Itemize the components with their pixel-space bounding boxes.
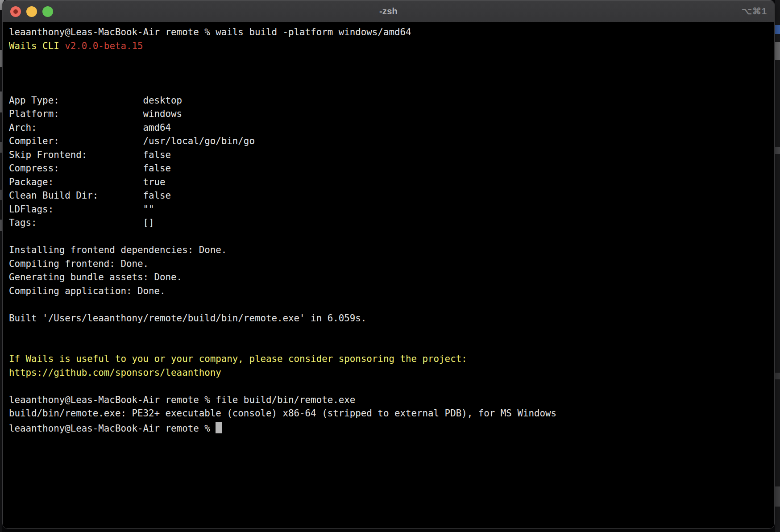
terminal-text-segment: Built '/Users/leaanthony/remote/build/bi… [9,313,366,324]
terminal-line: Generating bundle assets: Done. [9,270,771,284]
terminal-line [9,379,771,393]
terminal-text-segment: Compress: false [9,163,171,174]
terminal-output[interactable]: leaanthony@Leas-MacBook-Air remote % wai… [3,22,774,528]
terminal-line: leaanthony@Leas-MacBook-Air remote % wai… [9,25,771,39]
terminal-line [9,53,771,66]
terminal-cursor [216,422,222,433]
terminal-line: Built '/Users/leaanthony/remote/build/bi… [9,312,771,325]
terminal-line: Arch: amd64 [9,121,771,135]
terminal-line: App Type: desktop [9,94,771,108]
terminal-text-segment: leaanthony@Leas-MacBook-Air remote % [9,423,216,434]
terminal-line: Tags: [] [9,216,771,230]
terminal-text-segment: Package: true [9,177,166,187]
terminal-line: Clean Build Dir: false [9,189,771,203]
terminal-line: LDFlags: "" [9,203,771,216]
terminal-line: leaanthony@Leas-MacBook-Air remote % [9,420,771,434]
terminal-text-segment: v2.0.0-beta.15 [65,41,143,51]
background-window-fragment [775,373,780,379]
background-window-fragment [775,25,780,34]
terminal-text-segment: Compiling frontend: Done. [9,258,149,269]
terminal-line [9,66,771,80]
terminal-line: Installing frontend dependencies: Done. [9,243,771,257]
background-window-fragment [775,42,780,60]
background-window-fragment [775,147,780,154]
terminal-line [9,230,771,244]
window-titlebar[interactable]: -zsh ⌥⌘1 [3,0,774,22]
background-window-fragment [775,486,780,507]
terminal-line: https://github.com/sponsors/leaanthony [9,366,771,380]
terminal-line: Compiling application: Done. [9,284,771,298]
terminal-line [9,298,771,312]
terminal-line: Skip Frontend: false [9,148,771,162]
terminal-text-segment: LDFlags: "" [9,204,154,215]
terminal-text-segment: leaanthony@Leas-MacBook-Air remote % wai… [9,27,411,37]
terminal-text-segment: Platform: windows [9,108,182,119]
window-title: -zsh [3,0,774,22]
terminal-text-segment: If Wails is useful to you or your compan… [9,353,467,364]
terminal-line: Compiler: /usr/local/go/bin/go [9,134,771,148]
terminal-line [9,80,771,94]
window-shortcut-badge: ⌥⌘1 [742,0,767,22]
terminal-text-segment: Arch: amd64 [9,122,171,133]
terminal-line [9,339,771,353]
terminal-text-segment: Skip Frontend: false [9,150,171,160]
terminal-text-segment: https://github.com/sponsors/leaanthony [9,367,221,378]
background-window-right-sliver [775,0,780,532]
terminal-line: Platform: windows [9,107,771,121]
terminal-text-segment: Compiler: /usr/local/go/bin/go [9,136,255,146]
terminal-text-segment: build/bin/remote.exe: PE32+ executable (… [9,408,556,419]
terminal-line: Compress: false [9,162,771,175]
terminal-window: -zsh ⌥⌘1 leaanthony@Leas-MacBook-Air rem… [2,0,775,529]
terminal-text-segment: Installing frontend dependencies: Done. [9,245,227,255]
terminal-line: build/bin/remote.exe: PE32+ executable (… [9,407,771,420]
terminal-text-segment: Generating bundle assets: Done. [9,272,182,283]
terminal-line: leaanthony@Leas-MacBook-Air remote % fil… [9,393,771,407]
terminal-line: Wails CLI v2.0.0-beta.15 [9,39,771,53]
terminal-text-segment: leaanthony@Leas-MacBook-Air remote % fil… [9,395,355,405]
terminal-line: If Wails is useful to you or your compan… [9,352,771,366]
terminal-text-segment: Compiling application: Done. [9,286,166,296]
terminal-line: Package: true [9,175,771,189]
terminal-line: Compiling frontend: Done. [9,257,771,271]
terminal-text-segment: App Type: desktop [9,95,182,106]
terminal-text-segment: Wails CLI [9,41,65,51]
terminal-line [9,325,771,339]
terminal-text-segment: Tags: [] [9,217,154,228]
terminal-text-segment: Clean Build Dir: false [9,190,171,201]
